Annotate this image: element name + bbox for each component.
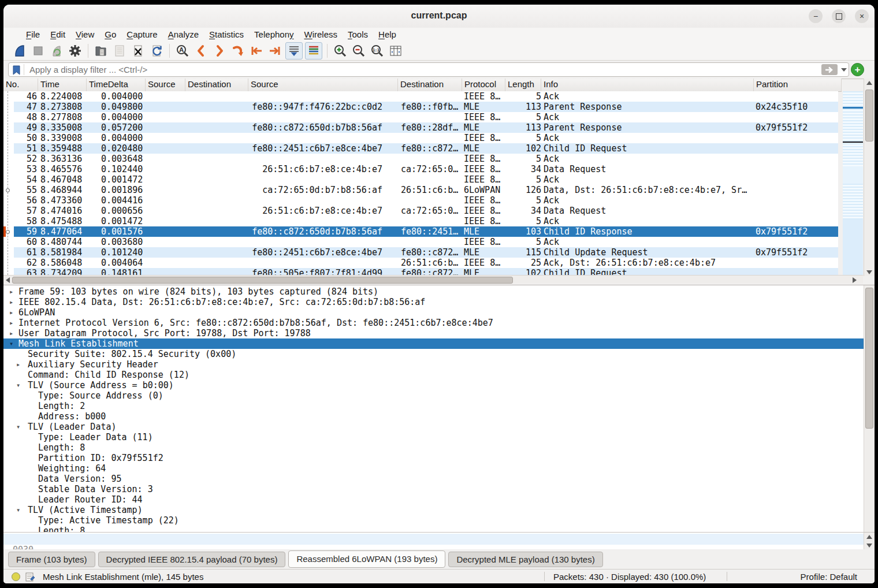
packet-minimap-scrollbar[interactable] — [843, 91, 863, 275]
status-profile[interactable]: Profile: Default — [801, 572, 857, 582]
column-header-timedelta[interactable]: TimeDelta — [87, 79, 146, 91]
details-vscrollbar[interactable] — [864, 285, 875, 532]
detail-line[interactable]: ▾TLV (Source Address = b0:00) — [3, 380, 875, 390]
detail-line[interactable]: Length: 2 — [3, 401, 875, 411]
detail-line[interactable]: Weighting: 64 — [3, 463, 875, 474]
packet-row-49[interactable]: 498.3350080.057200fe80::c872:650d:b7b8:5… — [3, 122, 838, 133]
expander-expanded-icon[interactable]: ▾ — [16, 422, 20, 432]
capture-comment-icon[interactable] — [25, 572, 35, 583]
expander-collapsed-icon[interactable]: ▸ — [9, 328, 13, 338]
scroll-right-arrow[interactable] — [850, 276, 859, 284]
expander-expanded-icon[interactable]: ▾ — [16, 505, 20, 515]
menu-telephony[interactable]: Telephony — [249, 29, 299, 39]
byte-tab-reassembled-6lowpan-193-bytes-[interactable]: Reassembled 6LoWPAN (193 bytes) — [288, 550, 445, 568]
column-header-no[interactable]: No. — [3, 79, 38, 91]
menu-analyze[interactable]: Analyze — [163, 29, 204, 39]
details-scroll-thumb[interactable] — [865, 288, 873, 429]
hscroll-thumb[interactable] — [12, 277, 513, 284]
vscroll-thumb[interactable] — [865, 90, 873, 142]
detail-line[interactable]: Security Suite: 802.15.4 Security (0x00) — [3, 349, 875, 359]
detail-line[interactable]: ▾TLV (Active Timestamp) — [3, 505, 875, 515]
menu-capture[interactable]: Capture — [121, 29, 162, 39]
bookmark-icon[interactable] — [12, 65, 21, 78]
detail-line[interactable]: Length: 8 — [3, 442, 875, 453]
detail-line[interactable]: ▾Mesh Link Establishment — [3, 338, 875, 349]
column-header-source[interactable]: Source — [146, 79, 185, 91]
byte-tab-decrypted-mle-payload-130-bytes-[interactable]: Decrypted MLE payload (130 bytes) — [448, 552, 602, 567]
detail-line[interactable]: Partition ID: 0x79f551f2 — [3, 453, 875, 463]
packet-row-56[interactable]: 568.4733600.004416IEEE 8…5Ack — [3, 195, 838, 206]
column-header-info[interactable]: Info — [541, 79, 754, 91]
scroll-up-arrow[interactable] — [864, 79, 875, 87]
colorize-packets-icon[interactable] — [305, 42, 322, 59]
auto-scroll-icon[interactable] — [285, 42, 303, 59]
title-bar[interactable]: current.pcap − × — [3, 5, 875, 28]
packet-row-61[interactable]: 618.5819840.101240fe80::2451:c6b7:e8ce:4… — [3, 247, 838, 258]
detail-line[interactable]: Data Version: 95 — [3, 474, 875, 484]
byte-tab-decrypted-ieee-802-15-4-payload-70-bytes-[interactable]: Decrypted IEEE 802.15.4 payload (70 byte… — [98, 552, 286, 567]
expander-expanded-icon[interactable]: ▾ — [16, 380, 20, 390]
scroll-left-arrow[interactable] — [3, 276, 12, 284]
menu-edit[interactable]: Edit — [45, 29, 70, 39]
filter-dropdown-caret[interactable] — [841, 68, 847, 72]
packet-row-60[interactable]: 608.4807440.003680IEEE 8…5Ack — [3, 237, 838, 247]
capture-options-icon[interactable] — [67, 43, 83, 59]
detail-line[interactable]: Type: Source Address (0) — [3, 390, 875, 401]
byte-tab-frame-103-bytes-[interactable]: Frame (103 bytes) — [8, 552, 95, 567]
packet-row-55[interactable]: 558.4689440.001896ca:72:65:0d:b7:b8:56:a… — [3, 185, 838, 195]
column-header-source[interactable]: Source — [248, 79, 398, 91]
detail-line[interactable]: Address: b000 — [3, 411, 875, 422]
close-button[interactable]: × — [855, 9, 869, 23]
detail-line[interactable]: Type: Leader Data (11) — [3, 432, 875, 442]
menu-file[interactable]: File — [21, 29, 45, 39]
packet-row-50[interactable]: 508.3390080.004000IEEE 8…5Ack — [3, 133, 838, 143]
scroll-down-arrow[interactable] — [864, 268, 875, 276]
menu-go[interactable]: Go — [99, 29, 121, 39]
column-header-protocol[interactable]: Protocol — [462, 79, 505, 91]
detail-line[interactable]: ▸User Datagram Protocol, Src Port: 19788… — [3, 328, 875, 338]
packet-row-58[interactable]: 588.4754880.001472IEEE 8…5Ack — [3, 216, 838, 226]
go-first-packet-icon[interactable] — [248, 43, 265, 59]
display-filter-input[interactable] — [8, 62, 849, 77]
go-back-icon[interactable] — [193, 43, 209, 59]
resize-columns-icon[interactable] — [388, 43, 404, 59]
minimize-button[interactable]: − — [809, 9, 823, 23]
detail-line[interactable]: Stable Data Version: 3 — [3, 484, 875, 494]
close-file-icon[interactable] — [130, 43, 146, 59]
packet-row-59[interactable]: 598.4770640.001576fe80::c872:650d:b7b8:5… — [3, 226, 838, 237]
packet-row-52[interactable]: 528.3631360.003648IEEE 8…5Ack — [3, 154, 838, 164]
menu-statistics[interactable]: Statistics — [204, 29, 249, 39]
detail-line[interactable]: ▾TLV (Leader Data) — [3, 422, 875, 432]
packet-row-53[interactable]: 538.4655760.10244026:51:c6:b7:e8:ce:4b:e… — [3, 164, 838, 174]
expander-collapsed-icon[interactable]: ▸ — [9, 318, 13, 328]
expert-info-icon[interactable] — [12, 572, 20, 581]
menu-wireless[interactable]: Wireless — [299, 29, 343, 39]
add-filter-button[interactable]: + — [851, 63, 864, 76]
zoom-in-icon[interactable] — [332, 43, 348, 59]
packet-row-62[interactable]: 628.5860480.00406426:51:c6:b…IEEE 8…25Ac… — [3, 258, 838, 268]
column-header-partition[interactable]: Partition — [754, 79, 842, 91]
go-forward-icon[interactable] — [211, 43, 228, 59]
packet-row-48[interactable]: 488.2778080.004000IEEE 8…5Ack — [3, 112, 838, 122]
packet-row-57[interactable]: 578.4740160.00065626:51:c6:b7:e8:ce:4b:e… — [3, 206, 838, 216]
filter-text-field[interactable] — [28, 64, 724, 75]
detail-line[interactable]: ▸Frame 59: 103 bytes on wire (824 bits),… — [3, 286, 875, 297]
packet-list-vscrollbar[interactable] — [864, 79, 875, 276]
menu-tools[interactable]: Tools — [343, 29, 373, 39]
menu-view[interactable]: View — [70, 29, 99, 39]
wireshark-start-capture-icon[interactable] — [12, 43, 28, 59]
detail-line[interactable]: Command: Child ID Response (12) — [3, 370, 875, 380]
column-header-length[interactable]: Length — [505, 79, 541, 91]
detail-line[interactable]: Type: Active Timestamp (22) — [3, 515, 875, 526]
packet-row-47[interactable]: 478.2738080.049800fe80::947f:f476:22bc:c… — [3, 102, 838, 112]
expander-expanded-icon[interactable]: ▾ — [9, 338, 13, 349]
detail-line[interactable]: ▸6LoWPAN — [3, 307, 875, 318]
go-last-packet-icon[interactable] — [267, 43, 283, 59]
open-file-icon[interactable] — [93, 43, 109, 59]
menu-help[interactable]: Help — [373, 29, 401, 39]
apply-filter-button[interactable] — [821, 64, 838, 75]
expander-collapsed-icon[interactable]: ▸ — [9, 307, 13, 318]
hex-row[interactable]: 0030 00 15 0d 00 00 00 00 00 00 00 01 75… — [3, 534, 875, 545]
hex-vscrollbar[interactable] — [864, 533, 875, 549]
packet-row-54[interactable]: 548.4670480.001472IEEE 8…5Ack — [3, 174, 838, 185]
